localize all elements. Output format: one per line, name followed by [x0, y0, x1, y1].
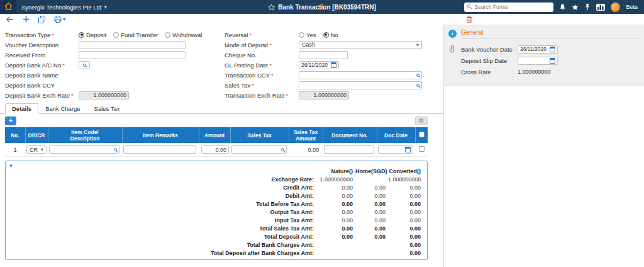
voucher-description-label: Voucher Description [5, 42, 79, 48]
cross-rate-value: 1.000000000 [518, 69, 551, 75]
panel-row: Cross Rate 1.000000000 [461, 66, 638, 77]
transaction-type-label: Transaction Type* [5, 31, 79, 38]
gl-posting-date-input[interactable] [301, 62, 330, 68]
radio-icon [79, 32, 84, 38]
search-icon[interactable] [281, 148, 284, 151]
search-icon[interactable] [416, 84, 419, 87]
gl-posting-date-label: GL Posting Date* [225, 62, 299, 69]
home-icon [4, 3, 13, 11]
transaction-exch-rate-input[interactable] [299, 91, 349, 99]
bank-voucher-date-input[interactable] [520, 46, 548, 52]
doc-date-input[interactable] [380, 147, 404, 153]
notifications-bell-icon[interactable] [559, 3, 566, 11]
tab-sales-tax[interactable]: Sales Tax [87, 103, 127, 114]
header-form: Transaction Type* Deposit Fund Transfer … [0, 25, 443, 100]
radio-icon [299, 32, 304, 38]
form-row: Received From Cheque No. [0, 50, 443, 60]
search-icon[interactable] [114, 148, 117, 151]
back-button[interactable] [6, 16, 14, 23]
deposit-bank-exch-rate-input[interactable] [79, 91, 129, 99]
item-code-input[interactable] [52, 147, 113, 153]
company-selector[interactable]: Synergix Technologies Pte Ltd ▾ [21, 4, 107, 11]
main-form-area: Transaction Type* Deposit Fund Transfer … [0, 25, 444, 267]
sales-tax-field [299, 81, 422, 89]
select-all-checkbox[interactable] [419, 132, 425, 137]
row-no: 1 [5, 143, 25, 157]
deposit-bank-ac-no-lookup-button[interactable] [79, 61, 90, 69]
grid-settings-gear-icon[interactable]: ⚙ [415, 116, 428, 125]
page-title: Bank Transaction [BK03594TRN] [278, 4, 376, 11]
sales-tax-input[interactable] [301, 82, 415, 88]
summary-col-nature: Nature() [316, 168, 353, 174]
required-marker: * [269, 42, 272, 48]
radio-withdrawal[interactable]: Withdrawal [165, 31, 202, 38]
side-panel: i General Bank Voucher Date Deposit Slip… [444, 25, 644, 267]
detail-tabs: Details Bank Charge Sales Tax [0, 103, 443, 114]
document-no-input[interactable] [324, 145, 374, 154]
deposit-bank-name-label: Deposit Bank Name [5, 72, 79, 79]
info-icon[interactable]: i [448, 30, 457, 38]
home-button[interactable] [0, 0, 16, 14]
topbar: Synergix Technologies Pte Ltd ▾ Bank Tra… [0, 0, 644, 14]
form-row: Voucher Description Mode of Deposit* Cas… [0, 40, 443, 50]
required-marker: * [250, 31, 252, 38]
search-forms-box [464, 3, 553, 12]
tab-bank-charge[interactable]: Bank Charge [38, 103, 87, 114]
amount-input[interactable] [201, 145, 229, 154]
transaction-ccy-input[interactable] [301, 72, 415, 78]
user-avatar[interactable] [611, 3, 620, 12]
item-remarks-input[interactable] [123, 145, 196, 154]
radio-reversal-yes[interactable]: Yes [299, 31, 316, 38]
deposit-slip-date-input[interactable] [520, 57, 548, 64]
row-sales-tax-input[interactable] [234, 147, 280, 153]
calendar-icon[interactable] [331, 62, 336, 68]
summary-row: Credit Amt: 0.00 0.00 0.00 [6, 183, 427, 191]
mode-of-deposit-select[interactable]: Cash ▾ [299, 41, 422, 49]
summary-row: Total Before Tax Amt: 0.00 0.00 0.00 [6, 200, 427, 208]
search-icon[interactable] [416, 74, 419, 77]
radio-fund-transfer[interactable]: Fund Transfer [113, 31, 158, 38]
delete-button[interactable] [466, 16, 472, 25]
mode-of-deposit-value: Cash [302, 42, 315, 48]
radio-deposit[interactable]: Deposit [79, 31, 106, 38]
received-from-label: Received From [5, 52, 79, 59]
dashboard-chart-icon[interactable] [596, 4, 605, 11]
summary-header-row: Nature() Home(SGD) Converted() [6, 167, 427, 175]
required-marker: * [271, 72, 274, 79]
calendar-icon[interactable] [405, 147, 411, 152]
add-row-button[interactable]: + [5, 116, 16, 125]
print-options-caret-icon: ▾ [63, 16, 65, 22]
copy-button[interactable] [38, 16, 45, 23]
form-row: Deposit Bank A/C No* GL Posting Date* [0, 60, 443, 70]
cheque-no-input[interactable] [299, 51, 348, 59]
chevron-down-icon: ▾ [104, 4, 107, 10]
search-input[interactable] [474, 4, 551, 10]
received-from-input[interactable] [79, 51, 186, 59]
drcr-select[interactable]: CR ▾ [26, 145, 47, 154]
required-marker: * [62, 62, 65, 69]
attachment-icon[interactable] [449, 45, 456, 54]
pin-icon[interactable] [584, 3, 591, 11]
summary-row: Output Tax Amt: 0.00 0.00 0.00 [6, 208, 427, 216]
radio-reversal-no[interactable]: No [323, 31, 338, 38]
collapse-arrow-icon[interactable]: ▾ [9, 162, 13, 169]
row-checkbox[interactable] [419, 146, 425, 152]
tab-details[interactable]: Details [5, 103, 38, 114]
row-sales-tax-field [231, 145, 287, 154]
reversal-radio-group: Yes No [299, 31, 338, 38]
chevron-down-icon: ▾ [416, 42, 419, 48]
print-button[interactable]: ▾ [54, 16, 65, 23]
calendar-icon[interactable] [550, 58, 555, 64]
summary-col-converted: Converted() [388, 168, 421, 174]
transaction-exch-rate-label: Transaction Exch Rate* [225, 92, 299, 99]
new-record-button[interactable] [23, 16, 30, 23]
general-section-title: General [461, 29, 638, 39]
voucher-description-input[interactable] [79, 41, 186, 49]
favorite-star-icon[interactable] [268, 4, 275, 11]
favorites-star-icon[interactable] [572, 4, 579, 11]
gl-posting-date-field [299, 61, 339, 69]
col-header-document-no: Document No. [323, 127, 377, 143]
radio-icon [113, 32, 119, 38]
calendar-icon[interactable] [550, 47, 555, 52]
required-marker: * [252, 82, 254, 89]
